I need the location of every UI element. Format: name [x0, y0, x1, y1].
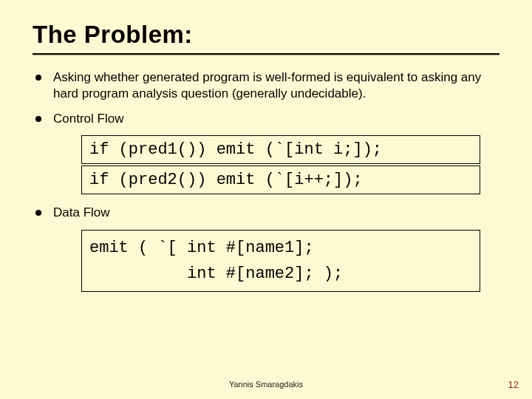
page-number: 12 [508, 379, 519, 390]
bullet-list: Asking whether generated program is well… [33, 69, 499, 126]
bullet-item-1: Asking whether generated program is well… [33, 69, 499, 102]
bullet-item-3: Data Flow [33, 205, 499, 221]
control-flow-code-group: if (pred1()) emit (`[int i;]); if (pred2… [81, 135, 480, 194]
bullet-item-2: Control Flow [33, 111, 499, 127]
footer-author: Yannis Smaragdakis [0, 380, 532, 389]
code-box-df: emit ( `[ int #[name1]; int #[name2]; ); [81, 230, 480, 292]
slide-title: The Problem: [33, 21, 499, 49]
bullet-list-2: Data Flow [33, 205, 499, 221]
title-underline [33, 53, 499, 55]
code-box-cf1: if (pred1()) emit (`[int i;]); [81, 135, 480, 164]
code-box-cf2: if (pred2()) emit (`[i++;]); [81, 166, 480, 194]
data-flow-code-group: emit ( `[ int #[name1]; int #[name2]; ); [81, 230, 480, 292]
